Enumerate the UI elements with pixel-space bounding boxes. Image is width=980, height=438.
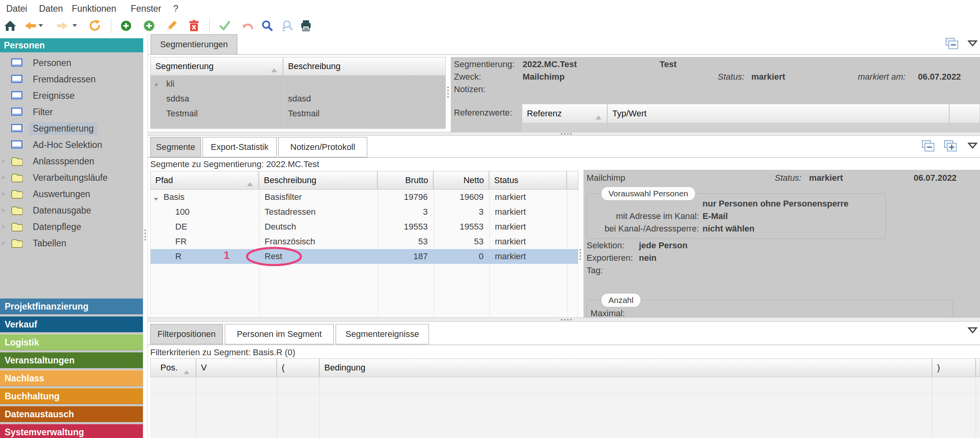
sidebar-item-fremdadressen[interactable]: Fremdadressen [0, 71, 143, 87]
column-header-pos[interactable]: Pos. [150, 358, 196, 377]
menu-help[interactable]: ? [173, 4, 178, 14]
expand-icon[interactable] [2, 208, 9, 213]
module-logistik[interactable]: Logistik [0, 334, 143, 350]
segment-row-basis[interactable]: Basis Basisfilter 19796 19609 markiert [151, 190, 578, 205]
collapse-tree-icon[interactable] [154, 196, 158, 203]
expand-pane-icon[interactable] [943, 140, 957, 154]
menu-daten[interactable]: Daten [39, 4, 63, 14]
sidebar-item-ad-hoc-selektion[interactable]: Ad-Hoc Selektion [0, 137, 143, 153]
expand-icon[interactable] [2, 175, 9, 180]
column-header-beschreibung[interactable]: Beschreibung [283, 57, 446, 76]
back-history-icon[interactable] [38, 19, 44, 32]
sidebar-item-ereignisse[interactable]: Ereignisse [0, 88, 143, 103]
sidebar-item-tabellen[interactable]: Tabellen [0, 235, 143, 251]
splitter-handle[interactable] [561, 319, 572, 320]
sidebar-item-segmentierung[interactable]: Segmentierung [0, 121, 143, 136]
splitter-handle[interactable] [561, 133, 572, 135]
adresssperre-value: nicht wählen [703, 224, 754, 234]
confirm-icon[interactable] [218, 19, 232, 32]
column-header-close-paren[interactable]: ) [932, 358, 976, 377]
segment-row-de[interactable]: DE Deutsch 19553 19553 markiert [151, 219, 578, 234]
column-header-beschreibung[interactable]: Beschreibung [259, 171, 377, 190]
module-nachlass[interactable]: Nachlass [0, 370, 143, 386]
expand-icon[interactable] [2, 159, 9, 164]
column-header-bedingung[interactable]: Bedingung [319, 358, 932, 377]
home-icon[interactable] [3, 19, 17, 32]
refresh-icon[interactable] [87, 19, 101, 32]
segment-row-100[interactable]: 100 Testadressen 3 3 markiert [151, 205, 578, 219]
segmentierung-row-testmail[interactable]: Testmail Testmail [151, 106, 445, 121]
tab-filterpositionen[interactable]: Filterpositionen [150, 324, 223, 344]
module-veranstaltungen[interactable]: Veranstaltungen [0, 352, 143, 368]
column-header-typ-wert[interactable]: Typ/Wert [607, 104, 949, 123]
segmentierung-label: Segmentierung: [454, 59, 514, 69]
module-buchhaltung[interactable]: Buchhaltung [0, 388, 143, 404]
module-verkauf[interactable]: Verkauf [0, 316, 143, 332]
exportieren-value: nein [639, 253, 656, 263]
window-icon [11, 91, 24, 100]
segment-row-fr[interactable]: FR Franszösisch 53 53 markiert [151, 234, 578, 249]
delete-icon[interactable] [187, 19, 201, 32]
horizontal-splitter[interactable] [148, 317, 980, 322]
pane-menu-icon[interactable] [968, 326, 978, 336]
expand-icon[interactable] [155, 82, 158, 89]
module-systemverwaltung[interactable]: Systemverwaltung [0, 424, 143, 438]
forward-history-icon[interactable] [72, 19, 78, 32]
tab-segmentereignisse[interactable]: Segmentereignisse [336, 324, 429, 344]
menu-datei[interactable]: Datei [6, 4, 27, 14]
tab-segmentierungen[interactable]: Segmentierungen [151, 34, 237, 55]
pane-menu-icon[interactable] [968, 142, 978, 151]
add-icon[interactable] [119, 19, 133, 32]
segment-row-r-selected[interactable]: R Rest 187 0 markiert [151, 249, 578, 264]
column-header-referenz[interactable]: Referenz [522, 104, 607, 123]
back-icon[interactable] [23, 19, 37, 32]
tab-notizen-protokoll[interactable]: Notizen/Protokoll [278, 137, 367, 157]
expand-icon[interactable] [2, 224, 9, 229]
segmentierung-row-kli[interactable]: kli [151, 77, 445, 91]
column-header-netto[interactable]: Netto [433, 171, 489, 190]
sidebar-item-auswertungen[interactable]: Auswertungen [0, 186, 143, 202]
column-divider [196, 377, 196, 438]
sidebar-item-filter[interactable]: Filter [0, 104, 143, 120]
edit-icon[interactable] [165, 19, 179, 32]
menu-fenster[interactable]: Fenster [131, 4, 161, 14]
sidebar-header-personen[interactable]: Personen [0, 38, 143, 52]
module-projektfinanzierung[interactable]: Projektfinanzierung [0, 298, 143, 314]
sidebar-item-anlassspenden[interactable]: Anlassspenden [0, 153, 143, 169]
add-special-icon[interactable] [142, 19, 156, 32]
column-label: Beschreibung [288, 61, 341, 71]
collapse-pane-icon[interactable] [945, 37, 959, 52]
undo-icon[interactable] [241, 19, 255, 32]
sidebar-item-datenausgabe[interactable]: Datenausgabe [0, 203, 143, 218]
filterpositionen-table-body [150, 377, 980, 438]
tab-personen-im-segment[interactable]: Personen im Segment [225, 324, 334, 344]
module-datenaustausch[interactable]: Datenaustausch [0, 406, 143, 422]
horizontal-splitter[interactable] [148, 132, 980, 136]
segmentierung-value: 2022.MC.Test [523, 59, 577, 69]
expand-icon[interactable] [2, 241, 9, 246]
sidebar-splitter[interactable] [144, 230, 146, 240]
segmente-table: Pfad Beschreibung Brutto Netto Status Ba… [150, 171, 578, 317]
column-header-open-paren[interactable]: ( [277, 358, 319, 377]
tab-segmente[interactable]: Segmente [150, 137, 201, 157]
tab-export-statistik[interactable]: Export-Statistik [203, 137, 277, 157]
middle-pane-splitter[interactable] [580, 249, 581, 260]
segmentierung-row-sddsa[interactable]: sddsa sdasd [151, 91, 445, 106]
pane-menu-icon[interactable] [968, 39, 978, 49]
search-icon[interactable] [260, 19, 274, 32]
column-header-segmentierung[interactable]: Segmentierung [150, 57, 283, 76]
print-icon[interactable] [299, 19, 313, 32]
menu-funktionen[interactable]: Funktionen [72, 4, 116, 14]
expand-icon[interactable] [2, 192, 9, 196]
sidebar-item-datenpflege[interactable]: Datenpflege [0, 219, 143, 235]
column-header-v[interactable]: V [196, 358, 277, 377]
column-header-status[interactable]: Status [489, 171, 567, 190]
column-header-brutto[interactable]: Brutto [377, 171, 433, 190]
search-person-icon[interactable] [280, 19, 294, 32]
sidebar-item-personen[interactable]: Personen [0, 55, 143, 71]
sidebar-item-verarbeitungslaeufe[interactable]: Verarbeitungsläufe [0, 170, 143, 185]
top-pane-splitter[interactable] [447, 87, 449, 98]
column-header-pfad[interactable]: Pfad [150, 171, 259, 190]
forward-icon[interactable] [55, 19, 69, 32]
collapse-pane-icon[interactable] [921, 140, 935, 154]
